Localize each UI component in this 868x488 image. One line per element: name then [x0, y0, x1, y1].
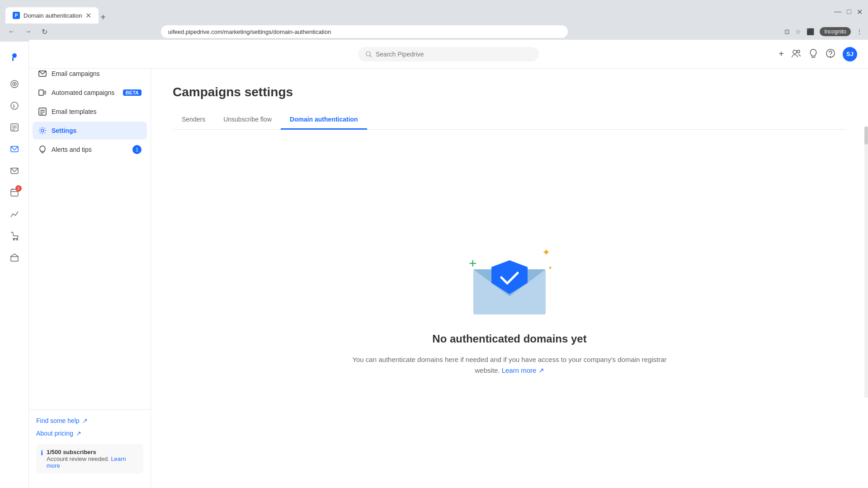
settings-icon: [38, 126, 47, 135]
cast-icon: ⊡: [784, 28, 790, 35]
sidebar-item-email-templates[interactable]: Email templates: [33, 103, 147, 121]
domain-illustration: + ✦ ✦: [464, 242, 555, 324]
top-bar: +: [151, 42, 868, 69]
about-pricing-label: About pricing: [36, 430, 73, 437]
subscribers-info: ℹ 1/500 subscribers Account review neede…: [36, 444, 143, 474]
main-body: Campaigns settings Senders Unsubscribe f…: [151, 70, 868, 488]
incognito-label: Incognito: [820, 27, 851, 36]
automated-campaigns-label: Automated campaigns: [52, 89, 114, 96]
envelope-illustration: [464, 242, 555, 314]
user-avatar[interactable]: SJ: [843, 47, 857, 61]
help-icon[interactable]: [826, 48, 835, 60]
automated-campaigns-icon: [38, 88, 47, 97]
empty-state-description: You can authenticate domains here if nee…: [351, 354, 668, 376]
content-body: + ✦ ✦: [151, 130, 868, 488]
pipedrive-logo[interactable]: [5, 47, 24, 67]
icon-rail: $: [0, 42, 29, 488]
tabs: Senders Unsubscribe flow Domain authenti…: [173, 110, 846, 130]
new-tab-button[interactable]: +: [100, 12, 106, 23]
sidebar: ☰ Campaigns / Settings Email campaigns: [29, 42, 151, 488]
find-help-label: Find some help: [36, 417, 80, 424]
about-pricing-link[interactable]: About pricing ↗: [36, 430, 143, 437]
scrollbar-track[interactable]: [864, 127, 868, 398]
sparkle-small: ✦: [548, 265, 552, 271]
close-button[interactable]: ✕: [857, 8, 863, 16]
browser-icons: ⊡ ☆ ⬛ Incognito ⋮: [784, 27, 863, 36]
user-initials: SJ: [846, 51, 854, 57]
learn-more-link[interactable]: Learn more ↗: [502, 366, 544, 374]
rail-target-icon[interactable]: [5, 74, 24, 94]
sidebar-nav: Email campaigns Automated campaigns BETA: [29, 65, 151, 409]
sidebar-bottom: Find some help ↗ About pricing ↗ ℹ 1/500…: [29, 409, 151, 481]
main-content: +: [151, 42, 868, 488]
rail-campaigns-icon[interactable]: [5, 139, 24, 159]
maximize-button[interactable]: □: [847, 8, 851, 16]
rail-calendar-icon[interactable]: 3: [5, 183, 24, 202]
settings-label: Settings: [52, 127, 76, 134]
empty-state-title: No authenticated domains yet: [432, 333, 586, 345]
add-button[interactable]: +: [778, 49, 784, 59]
contacts-icon[interactable]: [791, 48, 801, 60]
search-input[interactable]: [376, 51, 532, 58]
tab-senders[interactable]: Senders: [173, 110, 214, 130]
forward-button[interactable]: →: [22, 25, 34, 38]
back-button[interactable]: ←: [5, 25, 18, 38]
lightbulb-icon[interactable]: [808, 48, 818, 60]
svg-point-33: [793, 50, 797, 54]
active-tab[interactable]: P Domain authentication ✕: [5, 7, 99, 23]
tab-unsubscribe-flow[interactable]: Unsubscribe flow: [214, 110, 281, 130]
content-header: Campaigns settings Senders Unsubscribe f…: [151, 70, 868, 130]
email-campaigns-icon: [38, 69, 47, 78]
tab-favicon: P: [13, 12, 20, 19]
beta-badge: BETA: [123, 89, 142, 96]
reload-button[interactable]: ↻: [38, 25, 51, 38]
svg-point-17: [13, 239, 14, 240]
find-help-link[interactable]: Find some help ↗: [36, 417, 143, 424]
email-templates-icon: [38, 107, 47, 116]
search-bar[interactable]: [358, 47, 539, 61]
more-menu-button[interactable]: ⋮: [856, 28, 863, 35]
svg-line-32: [370, 55, 372, 57]
subscribers-text: 1/500 subscribers Account review needed.…: [47, 449, 139, 469]
rail-inbox-icon[interactable]: [5, 161, 24, 181]
email-campaigns-label: Email campaigns: [52, 70, 100, 77]
svg-point-37: [830, 56, 831, 56]
sidebar-item-automated-campaigns[interactable]: Automated campaigns BETA: [33, 84, 147, 102]
scrollbar-thumb[interactable]: [864, 127, 868, 145]
rail-warehouse-icon[interactable]: [5, 248, 24, 267]
sidebar-item-alerts-tips[interactable]: Alerts and tips 1: [33, 141, 147, 159]
svg-rect-1: [12, 57, 14, 61]
browser-chrome: P Domain authentication ✕ + ― □ ✕: [0, 0, 868, 23]
sparkle-large: ✦: [542, 247, 550, 258]
svg-rect-21: [39, 90, 43, 95]
alerts-tips-icon: [38, 145, 47, 154]
learn-more-icon: ↗: [538, 366, 544, 374]
window-controls: ― □ ✕: [834, 8, 863, 16]
svg-point-4: [14, 84, 15, 84]
rail-reports-icon[interactable]: [5, 204, 24, 224]
tab-close-button[interactable]: ✕: [85, 11, 91, 20]
minimize-button[interactable]: ―: [834, 8, 841, 16]
sidebar-item-settings[interactable]: Settings: [33, 122, 147, 140]
bookmark-icon[interactable]: ☆: [795, 28, 801, 35]
address-input[interactable]: [161, 25, 568, 38]
about-pricing-icon: ↗: [76, 430, 81, 437]
plus-decoration: +: [469, 256, 477, 271]
tab-domain-authentication[interactable]: Domain authentication: [281, 110, 367, 130]
empty-state: + ✦ ✦: [351, 242, 668, 376]
find-help-icon: ↗: [82, 417, 88, 424]
svg-point-0: [12, 53, 17, 58]
svg-point-18: [16, 239, 18, 240]
alerts-badge: 1: [132, 145, 142, 154]
search-icon: [365, 51, 372, 58]
svg-point-29: [41, 129, 44, 132]
address-bar-row: ← → ↻ ⊡ ☆ ⬛ Incognito ⋮: [0, 23, 868, 42]
app: $: [0, 42, 868, 488]
svg-rect-19: [11, 257, 18, 261]
rail-products-icon[interactable]: [5, 226, 24, 246]
extensions-icon[interactable]: ⬛: [807, 28, 814, 35]
rail-deals-icon[interactable]: $: [5, 96, 24, 116]
tab-title: Domain authentication: [24, 12, 82, 19]
svg-point-31: [366, 52, 370, 56]
rail-tasks-icon[interactable]: [5, 117, 24, 137]
